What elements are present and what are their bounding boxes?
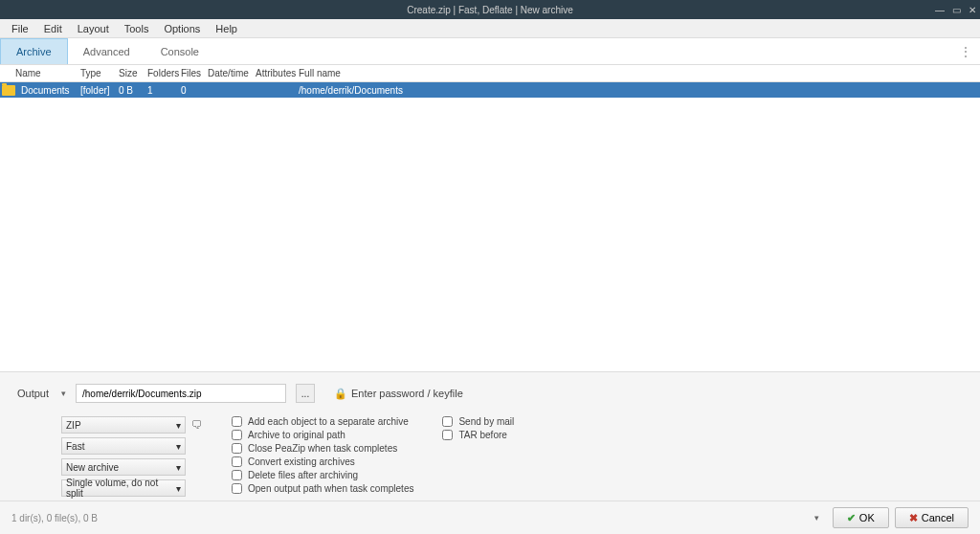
cell-folders: 1 xyxy=(144,85,177,96)
menu-layout[interactable]: Layout xyxy=(70,21,117,36)
tab-menu-icon[interactable]: ⋮ xyxy=(959,44,970,59)
checkbox-original-path[interactable]: Archive to original path xyxy=(232,430,413,440)
format-dropdown[interactable]: ZIP▾ xyxy=(61,416,186,434)
minimize-icon[interactable]: — xyxy=(935,5,945,15)
table-row[interactable]: Documents [folder] 0 B 1 0 /home/derrik/… xyxy=(0,82,980,98)
window-titlebar: Create.zip | Fast, Deflate | New archive… xyxy=(0,0,980,19)
chevron-down-icon: ▾ xyxy=(176,462,181,473)
checkboxes-column-2: Send by mail TAR before xyxy=(442,416,514,497)
chevron-down-icon: ▾ xyxy=(176,420,181,431)
window-controls: — ▭ ✕ xyxy=(935,5,976,15)
action-dropdown[interactable]: New archive▾ xyxy=(61,458,186,476)
footer-actions: ▾ ✔OK ✖Cancel xyxy=(814,507,969,528)
output-row: Output ▾ ... 🔒 Enter password / keyfile xyxy=(17,384,963,403)
menu-edit[interactable]: Edit xyxy=(36,21,70,36)
chevron-down-icon: ▾ xyxy=(176,483,181,494)
lock-icon: 🔒 xyxy=(334,388,347,400)
tab-advanced[interactable]: Advanced xyxy=(68,38,145,64)
maximize-icon[interactable]: ▭ xyxy=(952,5,961,15)
checkbox-close-peazip[interactable]: Close PeaZip when task completes xyxy=(232,443,413,454)
tab-console[interactable]: Console xyxy=(145,38,214,64)
cell-name: Documents xyxy=(17,85,77,96)
comment-icon[interactable]: 🗨 xyxy=(191,418,203,432)
col-header-attributes[interactable]: Attributes xyxy=(252,68,295,78)
menubar: File Edit Layout Tools Options Help xyxy=(0,19,980,38)
password-section[interactable]: 🔒 Enter password / keyfile xyxy=(334,388,463,400)
status-text: 1 dir(s), 0 file(s), 0 B xyxy=(11,513,98,523)
col-header-fullname[interactable]: Full name xyxy=(295,68,345,78)
col-header-type[interactable]: Type xyxy=(77,68,115,78)
menu-help[interactable]: Help xyxy=(208,21,245,36)
window-title: Create.zip | Fast, Deflate | New archive xyxy=(0,5,980,15)
cell-files: 0 xyxy=(177,85,204,96)
bottom-panel: Output ▾ ... 🔒 Enter password / keyfile … xyxy=(0,371,980,501)
cancel-button[interactable]: ✖Cancel xyxy=(895,507,969,528)
file-list[interactable]: Documents [folder] 0 B 1 0 /home/derrik/… xyxy=(0,82,980,371)
menu-file[interactable]: File xyxy=(4,21,36,36)
footer-dropdown-icon[interactable]: ▾ xyxy=(814,513,819,523)
level-dropdown[interactable]: Fast▾ xyxy=(61,437,186,455)
options-row: ZIP▾ 🗨 Fast▾ New archive▾ Single volume,… xyxy=(17,416,963,497)
cell-fullname: /home/derrik/Documents xyxy=(295,85,376,96)
col-header-files[interactable]: Files xyxy=(177,68,204,78)
menu-tools[interactable]: Tools xyxy=(117,21,157,36)
col-header-name[interactable]: Name xyxy=(0,68,77,78)
cell-type: [folder] xyxy=(77,85,115,96)
check-icon: ✔ xyxy=(847,512,856,524)
tabbar: Archive Advanced Console ⋮ xyxy=(0,38,980,65)
browse-button[interactable]: ... xyxy=(296,384,315,403)
dropdowns-column: ZIP▾ 🗨 Fast▾ New archive▾ Single volume,… xyxy=(61,416,203,497)
folder-icon xyxy=(2,85,15,96)
col-header-folders[interactable]: Folders xyxy=(144,68,177,78)
checkbox-open-output[interactable]: Open output path when task completes xyxy=(232,483,413,494)
checkbox-convert[interactable]: Convert existing archives xyxy=(232,456,413,467)
output-path-input[interactable] xyxy=(76,384,286,403)
col-header-size[interactable]: Size xyxy=(115,68,144,78)
checkbox-delete-after[interactable]: Delete files after archiving xyxy=(232,470,413,480)
output-label: Output xyxy=(17,388,52,399)
password-label: Enter password / keyfile xyxy=(351,388,463,399)
chevron-down-icon: ▾ xyxy=(176,441,181,452)
ok-button[interactable]: ✔OK xyxy=(833,507,889,528)
cell-size: 0 B xyxy=(115,85,144,96)
menu-options[interactable]: Options xyxy=(156,21,208,36)
footer: 1 dir(s), 0 file(s), 0 B ▾ ✔OK ✖Cancel xyxy=(0,501,980,534)
output-dropdown-icon[interactable]: ▾ xyxy=(61,389,66,398)
x-icon: ✖ xyxy=(909,512,918,524)
column-headers: Name Type Size Folders Files Date/time A… xyxy=(0,65,980,82)
split-dropdown[interactable]: Single volume, do not split▾ xyxy=(61,479,186,497)
close-icon[interactable]: ✕ xyxy=(969,5,976,15)
checkbox-send-mail[interactable]: Send by mail xyxy=(442,416,514,427)
checkboxes-column-1: Add each object to a separate archive Ar… xyxy=(232,416,413,497)
checkbox-tar-before[interactable]: TAR before xyxy=(442,430,514,440)
tab-archive[interactable]: Archive xyxy=(0,38,68,64)
checkbox-separate-archive[interactable]: Add each object to a separate archive xyxy=(232,416,413,427)
col-header-datetime[interactable]: Date/time xyxy=(204,68,252,78)
